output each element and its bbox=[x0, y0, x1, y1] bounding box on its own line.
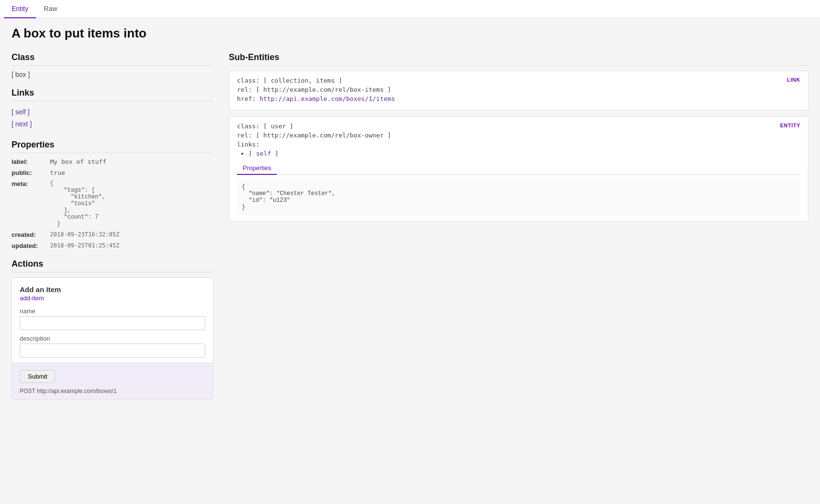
sub-entity-user-links-list: [ self ] bbox=[237, 150, 800, 157]
action-box: Add an Item add-item name description Su… bbox=[12, 277, 213, 400]
prop-key-updated: updated: bbox=[12, 242, 50, 249]
prop-updated: updated: 2018-09-25T01:25:45Z bbox=[12, 242, 213, 249]
prop-key-label: label: bbox=[12, 158, 50, 165]
page-title: A box to put items into bbox=[12, 26, 808, 41]
form-input-description[interactable] bbox=[20, 344, 205, 357]
tab-bar: Entity Raw bbox=[0, 0, 820, 18]
prop-val-updated: 2018-09-25T01:25:45Z bbox=[50, 242, 120, 249]
sub-entity-tab-properties[interactable]: Properties bbox=[237, 162, 277, 175]
prop-key-public: public: bbox=[12, 169, 50, 176]
link-self[interactable]: [ self ] bbox=[12, 106, 213, 118]
class-section: Class [ box ] bbox=[12, 52, 213, 78]
sub-entity-link-badge: LINK bbox=[787, 77, 800, 83]
prop-val-public: true bbox=[50, 169, 65, 176]
page-content: A box to put items into Class [ box ] Li… bbox=[0, 18, 820, 503]
sub-entity-user-self-link[interactable]: [ self ] bbox=[248, 150, 279, 157]
properties-heading: Properties bbox=[12, 140, 213, 153]
action-footer-area: Submit POST http://api.example.com/boxes… bbox=[12, 362, 213, 399]
form-label-description: description bbox=[20, 335, 205, 342]
sub-entity-href-url[interactable]: http://api.example.com/boxes/1/items bbox=[260, 95, 395, 102]
sub-entity-user-class: class: [ user ] bbox=[237, 123, 800, 130]
sub-entity-href-label: href: bbox=[237, 95, 256, 102]
action-title: Add an Item bbox=[20, 285, 205, 294]
sub-entity-user-link-self: [ self ] bbox=[248, 150, 800, 157]
form-field-description: description bbox=[20, 335, 205, 357]
sub-entity-link: LINK class: [ collection, items ] rel: [… bbox=[229, 71, 808, 111]
action-name: add-item bbox=[20, 295, 205, 302]
sub-entity-user-badge: ENTITY bbox=[780, 123, 800, 128]
tab-raw[interactable]: Raw bbox=[36, 0, 65, 18]
prop-public: public: true bbox=[12, 169, 213, 176]
sub-entity-tab-bar: Properties bbox=[237, 162, 800, 175]
prop-val-meta: { "tags": [ "kitchen", "tools" ], "count… bbox=[50, 180, 105, 227]
left-column: Class [ box ] Links [ self ] [ next ] Pr… bbox=[12, 52, 213, 400]
properties-section: Properties label: My box of stuff public… bbox=[12, 140, 213, 249]
class-value: [ box ] bbox=[12, 71, 213, 78]
sub-entity-user: ENTITY class: [ user ] rel: [ http://exa… bbox=[229, 116, 808, 221]
sub-entity-properties-json: { "name": "Chester Tester", "id": "u123"… bbox=[237, 179, 800, 215]
prop-val-label: My box of stuff bbox=[50, 158, 106, 165]
prop-meta: meta: { "tags": [ "kitchen", "tools" ], … bbox=[12, 180, 213, 227]
sub-entity-link-href: href: http://api.example.com/boxes/1/ite… bbox=[237, 95, 800, 102]
actions-heading: Actions bbox=[12, 259, 213, 272]
class-heading: Class bbox=[12, 52, 213, 66]
form-input-name[interactable] bbox=[20, 316, 205, 330]
right-column: Sub-Entities LINK class: [ collection, i… bbox=[229, 52, 808, 227]
action-footer-text: POST http://api.example.com/boxes/1 bbox=[20, 388, 205, 394]
links-heading: Links bbox=[12, 88, 213, 101]
sub-entity-user-links-label: links: bbox=[237, 141, 800, 148]
prop-val-created: 2018-09-23T16:32:05Z bbox=[50, 231, 120, 238]
main-layout: Class [ box ] Links [ self ] [ next ] Pr… bbox=[12, 52, 808, 400]
prop-key-created: created: bbox=[12, 231, 50, 238]
sub-entity-link-class: class: [ collection, items ] bbox=[237, 77, 800, 84]
sub-entities-heading: Sub-Entities bbox=[229, 52, 808, 66]
sub-entity-user-rel: rel: [ http://example.com/rel/box-owner … bbox=[237, 132, 800, 139]
link-next[interactable]: [ next ] bbox=[12, 118, 213, 130]
actions-section: Actions Add an Item add-item name descri… bbox=[12, 259, 213, 400]
links-section: Links [ self ] [ next ] bbox=[12, 88, 213, 130]
form-label-name: name bbox=[20, 307, 205, 315]
tab-entity[interactable]: Entity bbox=[4, 0, 36, 18]
sub-entity-link-rel: rel: [ http://example.com/rel/box-items … bbox=[237, 86, 800, 93]
form-field-name: name bbox=[20, 307, 205, 330]
prop-label: label: My box of stuff bbox=[12, 158, 213, 165]
submit-button[interactable]: Submit bbox=[20, 370, 55, 383]
prop-created: created: 2018-09-23T16:32:05Z bbox=[12, 231, 213, 238]
prop-key-meta: meta: bbox=[12, 180, 50, 187]
